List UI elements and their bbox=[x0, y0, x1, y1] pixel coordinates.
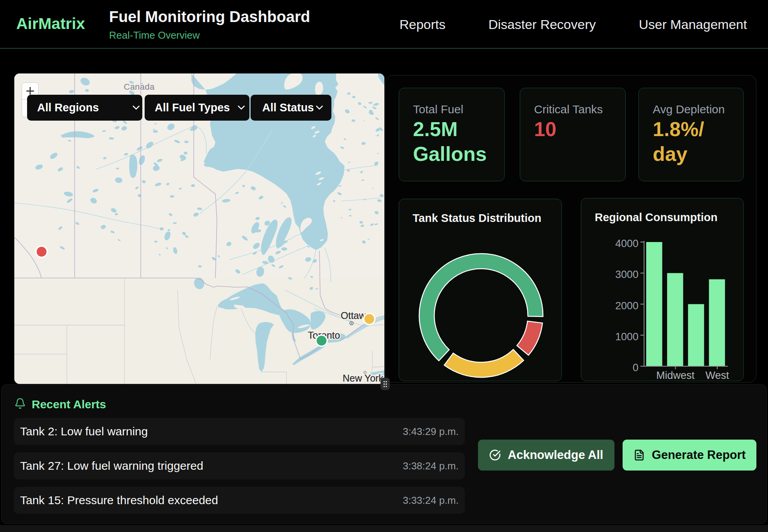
svg-text:1000: 1000 bbox=[615, 331, 638, 343]
svg-text:New York: New York bbox=[343, 373, 384, 384]
svg-text:Canada: Canada bbox=[124, 82, 155, 92]
svg-text:0: 0 bbox=[633, 362, 638, 373]
svg-text:2000: 2000 bbox=[615, 300, 638, 312]
svg-text:3000: 3000 bbox=[615, 269, 638, 280]
svg-text:Midwest: Midwest bbox=[656, 370, 695, 381]
svg-text:4000: 4000 bbox=[615, 238, 638, 249]
svg-text:West: West bbox=[705, 370, 729, 381]
